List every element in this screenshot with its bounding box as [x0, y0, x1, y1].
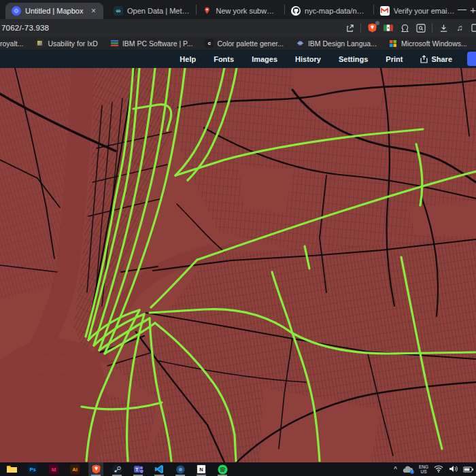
mapbox-toolbar: Help Fonts Images History Settings Print…	[0, 50, 476, 68]
map-render	[0, 68, 476, 462]
map-canvas[interactable]	[0, 68, 476, 462]
window-minimize-button[interactable]: —	[458, 4, 466, 14]
tab-close-icon[interactable]: ×	[90, 6, 97, 16]
bookmark-ibm-design[interactable]: IBM Design Langua...	[296, 39, 377, 48]
media-icon[interactable]: ♫	[454, 22, 465, 33]
search-box-extension-icon[interactable]	[415, 22, 426, 33]
bookmark-color-palette[interactable]: c Color palette gener...	[205, 39, 283, 48]
bookmark-favicon-icon: c	[205, 39, 214, 48]
dark-browser-icon[interactable]	[173, 462, 188, 476]
svg-text:T: T	[135, 467, 139, 472]
windows-taskbar: Ps Id Ai T N	[0, 462, 476, 476]
language-indicator[interactable]: ENG US	[419, 464, 428, 474]
sidebar-icon[interactable]	[471, 22, 476, 33]
bookmark-label: Color palette gener...	[217, 39, 283, 48]
wifi-icon[interactable]	[434, 463, 443, 475]
tab-github[interactable]: nyc-map-data/nyc_subway	[285, 3, 373, 19]
bookmark-label: Usability for IxD	[48, 39, 98, 48]
toolbar-item-fonts[interactable]: Fonts	[214, 55, 234, 63]
mapbox-favicon-icon	[12, 6, 21, 16]
tab-subway-search[interactable]: New york subway lines ge	[197, 3, 285, 19]
toolbar-item-print[interactable]: Print	[386, 55, 403, 63]
share-label: Share	[431, 55, 452, 63]
tab-title: Verify your email address	[394, 7, 456, 15]
new-tab-button[interactable]: +	[470, 4, 476, 16]
system-tray: ^ i ENG US	[394, 462, 475, 476]
tab-title: nyc-map-data/nyc_subway	[305, 7, 367, 15]
indesign-icon[interactable]: Id	[46, 462, 61, 476]
tab-mapbox[interactable]: Untitled | Mapbox ×	[5, 3, 103, 19]
bookmarks-bar: royalt... Usability for IxD IBM PC Softw…	[0, 37, 476, 50]
bookmark-ibm-pc[interactable]: IBM PC Software | P...	[110, 39, 193, 48]
toolbar-item-settings[interactable]: Settings	[339, 55, 368, 63]
bookmark-usability-ixd[interactable]: Usability for IxD	[35, 39, 98, 48]
bookmark-microsoft-windows[interactable]: Microsoft Windows...	[389, 39, 467, 48]
illustrator-icon[interactable]: Ai	[67, 462, 82, 476]
browser-tab-strip: Untitled | Mapbox × ∞ Open Data | Metrol…	[0, 0, 476, 19]
bookmark-favicon-icon	[35, 39, 44, 48]
address-bar-icons: ♫	[344, 19, 476, 37]
tray-chevron-icon[interactable]: ^	[394, 466, 397, 473]
tab-metrolinx[interactable]: ∞ Open Data | Metrolinx	[107, 3, 196, 19]
share-button[interactable]: Share	[420, 55, 452, 63]
address-bar[interactable]: 7062/-73.938 ♫	[0, 19, 476, 37]
battery-icon[interactable]	[463, 463, 473, 475]
toolbar-item-images[interactable]: Images	[252, 55, 277, 63]
onedrive-icon[interactable]: i	[403, 466, 413, 473]
steam-icon[interactable]	[109, 462, 124, 476]
flag-extension-icon[interactable]	[383, 22, 394, 33]
toolbar-item-help[interactable]: Help	[180, 55, 196, 63]
bookmark-label: IBM Design Langua...	[308, 39, 377, 48]
github-favicon-icon	[291, 6, 301, 16]
brave-shield-icon[interactable]	[367, 22, 377, 33]
google-maps-favicon-icon	[203, 6, 212, 16]
photoshop-icon[interactable]: Ps	[25, 462, 40, 476]
silhouette-extension-icon[interactable]	[399, 22, 410, 33]
brave-icon[interactable]	[88, 462, 103, 476]
tab-title: Open Data | Metrolinx	[127, 7, 190, 15]
desktop: Untitled | Mapbox × ∞ Open Data | Metrol…	[0, 0, 476, 476]
share-icon[interactable]	[344, 22, 355, 33]
metrolinx-favicon-icon: ∞	[114, 6, 123, 16]
spotify-icon[interactable]	[215, 462, 230, 476]
volume-icon[interactable]	[449, 463, 458, 475]
divider	[360, 23, 361, 33]
bookmark-label: Microsoft Windows...	[401, 39, 467, 48]
bookmark-favicon-icon	[389, 39, 398, 48]
gmail-favicon-icon	[380, 6, 390, 16]
bookmark-royalty[interactable]: royalt...	[0, 39, 23, 48]
toolbar-item-history[interactable]: History	[295, 55, 321, 63]
downloads-icon[interactable]	[438, 22, 449, 33]
teams-icon[interactable]: T	[131, 462, 146, 476]
bookmark-favicon-icon	[296, 39, 305, 48]
vscode-icon[interactable]	[152, 462, 167, 476]
publish-button-sliver[interactable]	[467, 52, 476, 66]
divider	[432, 23, 432, 33]
tab-title: New york subway lines ge	[216, 7, 279, 15]
file-explorer-icon[interactable]	[4, 462, 19, 476]
bookmark-favicon-icon	[110, 39, 119, 48]
tab-gmail[interactable]: Verify your email address	[374, 3, 462, 19]
onedrive-badge: i	[410, 470, 414, 474]
bookmark-label: IBM PC Software | P...	[122, 39, 193, 48]
notion-icon[interactable]: N	[194, 462, 209, 476]
taskbar-apps: Ps Id Ai T N	[4, 462, 230, 476]
share-box-icon	[420, 55, 428, 63]
tab-title: Untitled | Mapbox	[25, 7, 86, 15]
url-text[interactable]: 7062/-73.938	[0, 24, 49, 32]
shield-badge	[375, 21, 379, 25]
bookmark-label: royalt...	[0, 39, 23, 48]
